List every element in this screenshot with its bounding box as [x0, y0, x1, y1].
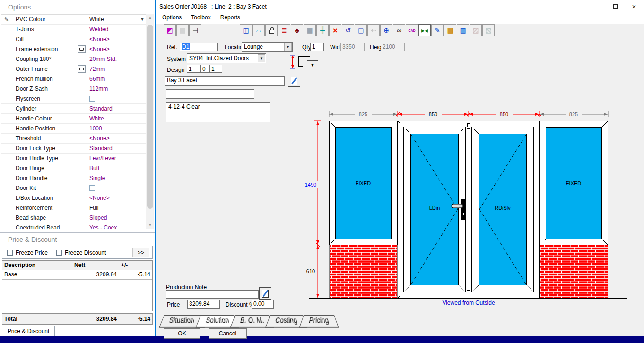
- dropdown-arrow-icon[interactable]: ▼: [140, 15, 145, 24]
- bay-style-dropdown[interactable]: ▼: [307, 60, 318, 70]
- ok-button[interactable]: OK: [164, 328, 200, 339]
- menu-item[interactable]: Reports: [216, 13, 245, 24]
- option-row[interactable]: Door Lock Type Standard: [1, 144, 147, 154]
- bottom-tab[interactable]: Pricing: [299, 315, 339, 328]
- option-row[interactable]: Threshold <None>: [1, 134, 147, 144]
- option-row[interactable]: Cylinder Standard: [1, 104, 147, 114]
- option-value[interactable]: White: [87, 114, 147, 123]
- dim-610[interactable]: 610: [306, 268, 315, 274]
- scroll-down-icon[interactable]: ▼: [146, 222, 154, 229]
- scrollbar-thumb[interactable]: [147, 25, 153, 209]
- dim-850-left[interactable]: 850: [429, 111, 437, 117]
- freeze-price-checkbox[interactable]: [7, 250, 13, 256]
- option-row[interactable]: Door Hndle Type Levr/Lever: [1, 154, 147, 163]
- option-value[interactable]: Standard: [87, 104, 147, 113]
- option-value[interactable]: 72mm: [87, 64, 147, 74]
- option-row[interactable]: Door Kit: [1, 183, 147, 193]
- option-row[interactable]: L/Box Location <None>: [1, 193, 147, 203]
- qty-input[interactable]: 1: [310, 43, 324, 51]
- description-input[interactable]: Bay 3 Facet: [165, 76, 285, 86]
- freeze-discount-option[interactable]: Freeze Discount: [56, 249, 106, 256]
- option-row[interactable]: Door Hinge Butt: [1, 163, 147, 173]
- option-value[interactable]: Standard: [87, 144, 147, 153]
- pan-icon[interactable]: ⇠: [367, 24, 380, 36]
- minimize-button[interactable]: –: [587, 0, 606, 13]
- vents-icon[interactable]: ╫: [316, 24, 329, 36]
- delete-icon[interactable]: ×: [329, 24, 341, 36]
- select-region-icon[interactable]: ▢: [355, 24, 367, 36]
- option-row[interactable]: Door Z-Sash 112mm: [1, 84, 147, 94]
- chart-report-icon[interactable]: ▥: [457, 24, 469, 36]
- option-row[interactable]: Bead shape Sloped: [1, 213, 147, 223]
- tab-price-discount[interactable]: Price & Discount: [2, 326, 55, 336]
- export-icon[interactable]: ▧: [482, 24, 495, 36]
- option-row[interactable]: Door Handle Single: [1, 173, 147, 183]
- hardware-icon[interactable]: [265, 24, 278, 36]
- zoom-icon[interactable]: ⊕: [380, 24, 392, 36]
- dim-1490[interactable]: 1490: [305, 182, 316, 188]
- option-value[interactable]: Sloped: [87, 213, 147, 223]
- grid-snap-icon[interactable]: ▦: [176, 24, 189, 36]
- production-note-input[interactable]: [166, 290, 259, 299]
- frame-section-icon[interactable]: ⊣: [189, 24, 201, 36]
- freeze-discount-checkbox[interactable]: [56, 250, 62, 256]
- option-value[interactable]: <None>: [87, 134, 147, 143]
- dim-825-left[interactable]: 825: [359, 111, 367, 117]
- price-input[interactable]: 3209.84: [187, 300, 220, 309]
- option-row[interactable]: Coupling 180° 20mm Std.: [1, 54, 147, 64]
- folder-report-icon[interactable]: ▤: [444, 24, 456, 36]
- design-input-3[interactable]: 1: [209, 65, 222, 73]
- maximize-button[interactable]: [606, 0, 625, 13]
- location-select[interactable]: Lounge ▼: [242, 42, 293, 52]
- freeze-price-option[interactable]: Freeze Price: [7, 249, 48, 256]
- dim-825-right[interactable]: 825: [569, 111, 578, 117]
- note-input[interactable]: [166, 89, 254, 99]
- menu-item[interactable]: Toolbox: [186, 13, 215, 24]
- landscape-icon[interactable]: ♣: [291, 24, 303, 36]
- option-row[interactable]: Coextruded Bead Yes - Coex: [1, 223, 147, 229]
- combo-arrow-icon[interactable]: ▼: [284, 43, 292, 51]
- option-value[interactable]: 1000: [87, 124, 147, 133]
- option-value[interactable]: Levr/Lever: [87, 154, 147, 163]
- profile-picker-button[interactable]: [78, 65, 86, 73]
- option-row[interactable]: French mullion 66mm: [1, 74, 147, 84]
- design-input-2[interactable]: 0: [200, 65, 210, 73]
- option-row[interactable]: Outer Frame 72mm: [1, 64, 147, 74]
- option-checkbox[interactable]: [89, 96, 95, 102]
- option-value[interactable]: Butt: [87, 163, 147, 173]
- option-value[interactable]: Yes - Coex: [87, 223, 147, 229]
- view-3d-icon[interactable]: ∞: [393, 24, 405, 36]
- design-input-1[interactable]: 1: [187, 65, 201, 73]
- expand-button[interactable]: >>: [132, 248, 149, 257]
- annotate-icon[interactable]: ✎: [431, 24, 444, 36]
- option-row[interactable]: Cill <None>: [1, 34, 147, 44]
- option-value[interactable]: <None>: [87, 44, 147, 54]
- option-value[interactable]: White ▼: [87, 15, 147, 24]
- discount-input[interactable]: 0.00: [252, 300, 274, 309]
- option-value[interactable]: Welded: [87, 25, 147, 34]
- option-row[interactable]: Handle Position 1000: [1, 124, 147, 134]
- option-value[interactable]: <None>: [87, 34, 147, 44]
- cancel-region-icon[interactable]: ▨: [470, 24, 482, 36]
- system-select[interactable]: SY04 Int.Glazed Doors ▼: [187, 53, 266, 63]
- close-button[interactable]: ×: [625, 0, 644, 13]
- option-row[interactable]: Frame extension <None>: [1, 44, 147, 54]
- option-row[interactable]: Handle Colour White: [1, 114, 147, 124]
- option-checkbox[interactable]: [89, 185, 95, 191]
- option-value[interactable]: Single: [87, 173, 147, 183]
- titlebar[interactable]: Sales Order J0168 : Line 2 : Bay 3 Facet…: [156, 0, 644, 13]
- door-section[interactable]: [398, 121, 540, 298]
- cad-icon[interactable]: CAD: [406, 24, 418, 36]
- undo-icon[interactable]: ↺: [342, 24, 354, 36]
- scroll-up-icon[interactable]: ▲: [146, 14, 154, 22]
- price-table-row[interactable]: Base 3209.84 -5.14: [2, 270, 152, 280]
- option-value[interactable]: [87, 94, 147, 103]
- frame-style-icon[interactable]: ◫: [240, 24, 252, 36]
- option-row[interactable]: Flyscreen: [1, 94, 147, 104]
- options-scrollbar[interactable]: ▲ ▼: [146, 14, 154, 229]
- dim-850-right[interactable]: 850: [500, 111, 508, 117]
- edit-production-note-button[interactable]: [259, 287, 271, 300]
- option-value[interactable]: <None>: [87, 193, 147, 203]
- option-value[interactable]: Full: [87, 203, 147, 213]
- swap-panels-icon[interactable]: ▸◂: [418, 24, 431, 36]
